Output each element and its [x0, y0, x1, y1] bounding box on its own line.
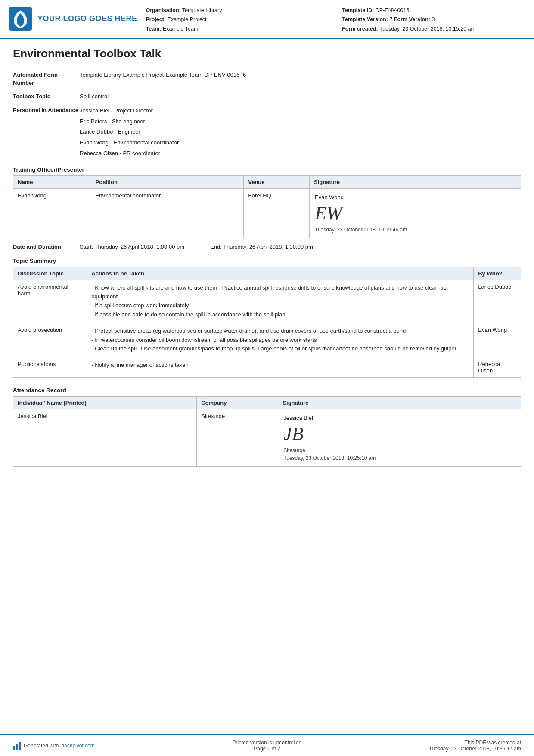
topic-table-row: Public relations- Notify a line manager …	[13, 357, 521, 378]
header-meta-right: Template ID: DP-ENV-0016 Template Versio…	[342, 6, 521, 34]
attendance-col-header: Individual' Name (Printed)	[13, 397, 197, 409]
discussion-topic: Avoid environmental harm	[13, 280, 87, 323]
by-who: Rebecca Olsen	[474, 357, 521, 378]
date-start: Start: Thursday, 26 April 2018, 1:00:00 …	[80, 244, 184, 250]
training-table-header-row: NamePositionVenueSignature	[13, 176, 521, 189]
topic-table-row: Avoid environmental harm- Know where all…	[13, 280, 521, 323]
attendee-sig-letters: JB	[283, 424, 515, 444]
header-meta: Organisation: Template Library Project: …	[146, 4, 521, 34]
attendee-sig-company: Sitesurge	[283, 447, 515, 453]
personnel-item: Evan Wong - Environmental coordinator	[80, 137, 521, 148]
automated-form-number-label: Automated Form Number	[13, 70, 80, 87]
training-col-header: Position	[91, 176, 244, 189]
personnel-item: Eric Peters - Site engineer	[80, 116, 521, 127]
training-signature: Evan Wong EW Tuesday, 23 October 2018, 1…	[310, 189, 521, 238]
personnel-list: Jessica Biel - Project DirectorEric Pete…	[80, 106, 521, 159]
actions-taken: - Notify a line manager of actions taken…	[87, 357, 474, 378]
discussion-topic: Public relations	[13, 357, 87, 378]
toolbox-topic-value: Spill control	[80, 92, 521, 101]
automated-form-number-row: Automated Form Number Template Library-E…	[13, 70, 521, 87]
training-col-header: Signature	[310, 176, 521, 189]
footer-left: Generated with dashpivot.com	[13, 742, 182, 750]
training-venue: Borel HQ	[244, 189, 310, 238]
personnel-label: Personnel in Attendance	[13, 106, 80, 115]
attendee-sig-date: Tuesday, 23 October 2018, 10:25:10 am	[283, 455, 515, 461]
team-line: Team: Example Team	[146, 25, 325, 34]
page: YOUR LOGO GOES HERE Organisation: Templa…	[0, 0, 534, 756]
attendance-header: Attendance Record	[13, 387, 521, 394]
project-line: Project: Example Project	[146, 15, 325, 24]
personnel-item: Lance Dubbo - Engineer	[80, 127, 521, 137]
date-end: End: Thursday, 26 April 2018, 1:30:00 pm	[210, 244, 313, 250]
attendee-name: Jessica Biel	[13, 409, 197, 466]
org-line: Organisation: Template Library	[146, 6, 325, 15]
topic-col-header: By Who?	[474, 267, 521, 280]
attendee-signature: Jessica Biel JB Sitesurge Tuesday, 23 Oc…	[278, 409, 521, 466]
personnel-item: Rebecca Olsen - PR coordinator	[80, 148, 521, 159]
sig-name: Evan Wong	[315, 194, 515, 200]
training-section-header: Training Officer/Presenter	[13, 166, 521, 173]
form-created-line: Form created: Tuesday, 23 October 2018, …	[342, 25, 521, 34]
footer-page: Page 1 of 2	[254, 746, 280, 752]
footer-pdf-created-date: Tuesday, 23 October 2018, 10:36:17 am	[429, 746, 521, 752]
date-duration-row: Date and Duration Start: Thursday, 26 Ap…	[13, 244, 521, 250]
training-table-row: Evan WongEnvironmental coordinatorBorel …	[13, 189, 521, 238]
actions-taken: - Protect sensitive areas (eg watercours…	[87, 323, 474, 357]
attendee-sig-name: Jessica Biel	[283, 415, 515, 421]
discussion-topic: Avoid prosecution	[13, 323, 87, 357]
template-id-line: Template ID: DP-ENV-0016	[342, 6, 521, 15]
sig-letters: EW	[315, 203, 515, 224]
template-version-line: Template Version: 7 Form Version: 3	[342, 15, 521, 24]
footer-center: Printed version is uncontrolled Page 1 o…	[182, 740, 351, 752]
toolbox-topic-label: Toolbox Topic	[13, 92, 80, 101]
training-table: NamePositionVenueSignature Evan WongEnvi…	[13, 175, 521, 238]
automated-form-number-value: Template Library-Example Project-Example…	[80, 70, 521, 80]
topic-summary-header: Topic Summary	[13, 258, 521, 264]
training-col-header: Name	[13, 176, 91, 189]
date-duration-values: Start: Thursday, 26 April 2018, 1:00:00 …	[80, 244, 313, 250]
logo-area: YOUR LOGO GOES HERE	[9, 4, 137, 34]
actions-taken: - Know where all spill kits are and how …	[87, 280, 474, 323]
attendee-company: Sitesurge	[197, 409, 278, 466]
personnel-row: Personnel in Attendance Jessica Biel - P…	[13, 106, 521, 159]
form-title: Environmental Toolbox Talk	[13, 47, 521, 63]
attendee-sig-block: Jessica Biel JB Sitesurge Tuesday, 23 Oc…	[283, 413, 516, 462]
date-duration-label: Date and Duration	[13, 244, 80, 250]
sig-date: Tuesday, 23 October 2018, 10:19:46 am	[315, 227, 515, 233]
training-col-header: Venue	[244, 176, 310, 189]
footer-pdf-created-text: This PDF was created at	[465, 740, 521, 746]
toolbox-topic-row: Toolbox Topic Spill control	[13, 92, 521, 101]
footer-uncontrolled: Printed version is uncontrolled	[233, 740, 302, 746]
by-who: Lance Dubbo	[474, 280, 521, 323]
topic-col-header: Discussion Topic	[13, 267, 87, 280]
logo-text: YOUR LOGO GOES HERE	[37, 14, 137, 23]
attendance-table-row: Jessica BielSitesurge Jessica Biel JB Si…	[13, 409, 521, 466]
logo-icon	[9, 7, 32, 31]
footer-generated-text: Generated with	[24, 743, 59, 749]
personnel-item: Jessica Biel - Project Director	[80, 106, 521, 116]
header: YOUR LOGO GOES HERE Organisation: Templa…	[0, 0, 534, 39]
attendance-col-header: Signature	[278, 397, 521, 409]
attendance-table: Individual' Name (Printed)CompanySignatu…	[13, 396, 521, 466]
dashpivot-icon	[13, 742, 21, 750]
footer-link[interactable]: dashpivot.com	[61, 743, 94, 749]
attendance-table-header-row: Individual' Name (Printed)CompanySignatu…	[13, 397, 521, 409]
attendance-col-header: Company	[197, 397, 278, 409]
footer: Generated with dashpivot.com Printed ver…	[0, 734, 534, 756]
header-meta-left: Organisation: Template Library Project: …	[146, 6, 325, 34]
by-who: Evan Wong	[474, 323, 521, 357]
sig-block: Evan Wong EW Tuesday, 23 October 2018, 1…	[314, 192, 516, 234]
topic-table-header-row: Discussion TopicActions to be TakenBy Wh…	[13, 267, 521, 280]
training-position: Environmental coordinator	[91, 189, 244, 238]
footer-right: This PDF was created at Tuesday, 23 Octo…	[352, 740, 521, 752]
training-name: Evan Wong	[13, 189, 91, 238]
topic-table-row: Avoid prosecution- Protect sensitive are…	[13, 323, 521, 357]
main-content: Environmental Toolbox Talk Automated For…	[0, 39, 534, 734]
topic-table: Discussion TopicActions to be TakenBy Wh…	[13, 267, 521, 378]
topic-col-header: Actions to be Taken	[87, 267, 474, 280]
